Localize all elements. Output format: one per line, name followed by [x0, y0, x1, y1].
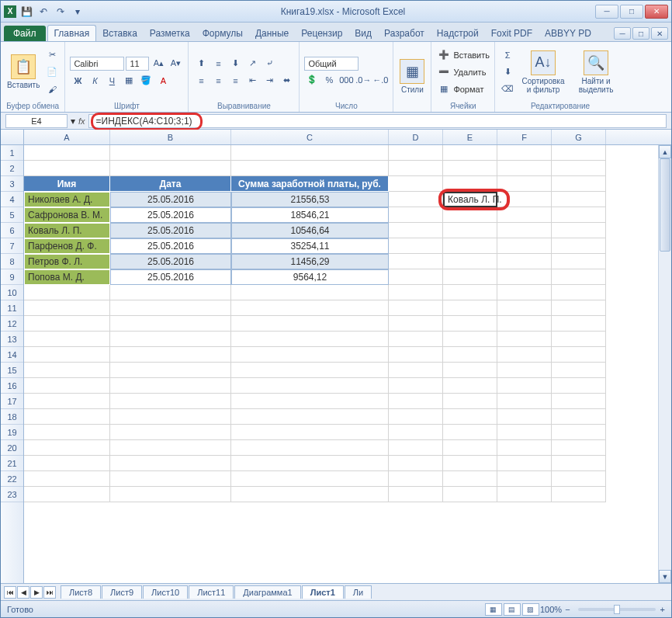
col-header-A[interactable]: A [24, 130, 110, 144]
doc-restore[interactable]: □ [632, 27, 649, 40]
row-header-7[interactable]: 7 [1, 238, 23, 254]
cell-E10[interactable] [443, 285, 497, 300]
cell-C21[interactable] [231, 456, 389, 471]
cell-C3[interactable]: Сумма заработной платы, руб. [231, 176, 389, 192]
underline-button[interactable]: Ч [104, 73, 120, 89]
cell-D5[interactable] [389, 207, 443, 223]
scroll-up[interactable]: ▲ [659, 145, 671, 158]
row-header-16[interactable]: 16 [1, 378, 23, 394]
qat-dropdown[interactable]: ▾ [71, 5, 85, 19]
cell-E18[interactable] [443, 409, 497, 425]
cell-D16[interactable] [389, 378, 443, 394]
scroll-thumb[interactable] [660, 158, 670, 252]
cell-B19[interactable] [110, 425, 231, 440]
cell-E6[interactable] [443, 223, 497, 238]
cell-A17[interactable] [24, 394, 110, 409]
cell-D4[interactable] [389, 192, 443, 207]
font-color-button[interactable]: A [155, 73, 171, 89]
cell-A6[interactable]: Коваль Л. П. [24, 223, 110, 238]
tab-developer[interactable]: Разработ [378, 26, 431, 41]
cell-B8[interactable]: 25.05.2016 [110, 254, 231, 269]
cell-G18[interactable] [552, 409, 606, 425]
cell-A14[interactable] [24, 347, 110, 363]
cell-B23[interactable] [110, 487, 231, 502]
copy-button[interactable]: 📄 [44, 64, 60, 80]
orientation[interactable]: ↗ [244, 56, 260, 71]
tab-insert[interactable]: Вставка [96, 26, 144, 41]
sheet-tab-Диаграмма1[interactable]: Диаграмма1 [234, 585, 300, 599]
merge-button[interactable]: ⬌ [279, 73, 294, 89]
cell-E22[interactable] [443, 471, 497, 487]
cell-A11[interactable] [24, 300, 110, 316]
cell-E2[interactable] [443, 161, 497, 176]
cell-B7[interactable]: 25.05.2016 [110, 238, 231, 254]
sheet-nav-first[interactable]: ⏮ [4, 586, 16, 599]
cell-D23[interactable] [389, 487, 443, 502]
cell-C14[interactable] [231, 347, 389, 363]
cell-B14[interactable] [110, 347, 231, 363]
styles-button[interactable]: ▦ Стили [398, 57, 426, 95]
cell-F17[interactable] [497, 394, 552, 409]
cell-F19[interactable] [497, 425, 552, 440]
cell-G12[interactable] [552, 316, 606, 332]
cell-F5[interactable] [497, 207, 552, 223]
row-header-3[interactable]: 3 [1, 176, 23, 192]
zoom-out[interactable]: − [565, 605, 570, 614]
cell-B1[interactable] [110, 145, 231, 161]
cell-B9[interactable]: 25.05.2016 [110, 269, 231, 285]
cell-E11[interactable] [443, 300, 497, 316]
cell-B17[interactable] [110, 394, 231, 409]
row-header-23[interactable]: 23 [1, 487, 23, 502]
row-header-12[interactable]: 12 [1, 316, 23, 332]
cell-B10[interactable] [110, 285, 231, 300]
cell-G11[interactable] [552, 300, 606, 316]
italic-button[interactable]: К [87, 73, 102, 89]
row-header-13[interactable]: 13 [1, 332, 23, 347]
cell-F7[interactable] [497, 238, 552, 254]
undo-button[interactable]: ↶ [36, 5, 50, 19]
cell-B2[interactable] [110, 161, 231, 176]
cell-A8[interactable]: Петров Ф. Л. [24, 254, 110, 269]
cell-C6[interactable]: 10546,64 [231, 223, 389, 238]
cell-F3[interactable] [497, 176, 552, 192]
cell-A10[interactable] [24, 285, 110, 300]
cell-G1[interactable] [552, 145, 606, 161]
cell-F21[interactable] [497, 456, 552, 471]
cell-G19[interactable] [552, 425, 606, 440]
cell-D12[interactable] [389, 316, 443, 332]
cell-C13[interactable] [231, 332, 389, 347]
cell-E17[interactable] [443, 394, 497, 409]
row-header-15[interactable]: 15 [1, 363, 23, 378]
cell-B13[interactable] [110, 332, 231, 347]
find-select-button[interactable]: 🔍 Найти и выделить [571, 49, 621, 95]
cell-C17[interactable] [231, 394, 389, 409]
cell-A7[interactable]: Парфенов Д. Ф. [24, 238, 110, 254]
row-header-17[interactable]: 17 [1, 394, 23, 409]
sheet-tab-Лист10[interactable]: Лист10 [143, 585, 188, 599]
file-tab[interactable]: Файл [4, 26, 46, 41]
decrease-indent[interactable]: ⇤ [244, 73, 260, 89]
cell-A21[interactable] [24, 456, 110, 471]
cell-C12[interactable] [231, 316, 389, 332]
fill-button[interactable]: ⬇ [500, 64, 515, 80]
sheet-tab-Лист1[interactable]: Лист1 [302, 585, 344, 599]
cell-A20[interactable] [24, 440, 110, 456]
decrease-font[interactable]: A▾ [168, 56, 183, 71]
cell-G23[interactable] [552, 487, 606, 502]
formula-input[interactable]: =ИНДЕКС(A4:C10;3;1) [88, 114, 667, 128]
cell-B16[interactable] [110, 378, 231, 394]
col-header-F[interactable]: F [497, 130, 552, 144]
zoom-in[interactable]: + [660, 605, 665, 614]
row-header-10[interactable]: 10 [1, 285, 23, 300]
row-header-9[interactable]: 9 [1, 269, 23, 285]
sheet-nav-next[interactable]: ▶ [30, 586, 43, 599]
fx-button[interactable]: fx [78, 116, 85, 126]
cell-G16[interactable] [552, 378, 606, 394]
cell-E7[interactable] [443, 238, 497, 254]
cell-G15[interactable] [552, 363, 606, 378]
cell-F15[interactable] [497, 363, 552, 378]
scroll-down[interactable]: ▼ [659, 570, 671, 583]
cell-E20[interactable] [443, 440, 497, 456]
align-center[interactable]: ≡ [210, 73, 226, 89]
cell-A15[interactable] [24, 363, 110, 378]
